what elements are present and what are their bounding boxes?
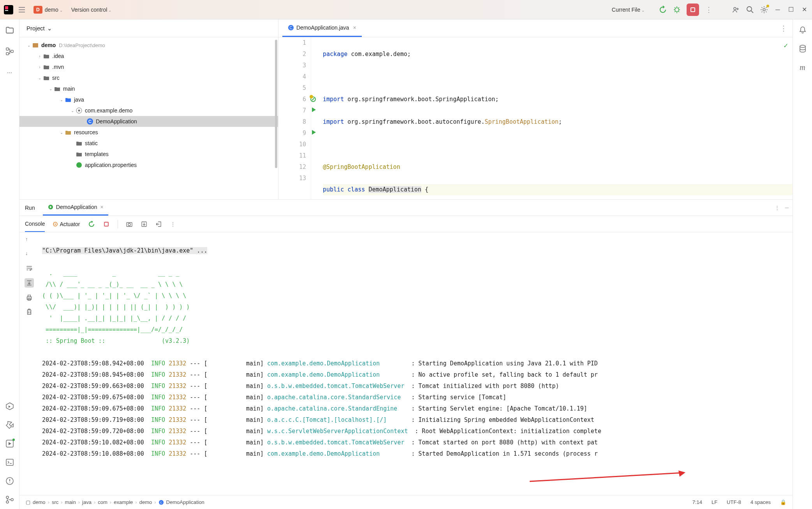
run-tabbar: Run DemoApplication× ⋮─ — [19, 200, 793, 216]
project-chip: D — [33, 6, 42, 14]
console-output[interactable]: "C:\Program Files\Java\jdk-21\bin\java.e… — [39, 232, 793, 495]
console-more-icon[interactable]: ⋮ — [170, 221, 176, 227]
editor-gutter: 12345 6 7 8 9 10111213 — [278, 37, 311, 199]
tree-app-class[interactable]: CDemoApplication — [19, 116, 278, 127]
code-editor[interactable]: 12345 6 7 8 9 10111213 package com.examp… — [278, 37, 793, 199]
vcs-dropdown[interactable]: Version control⌄ — [71, 7, 112, 13]
run-label: Run — [25, 205, 35, 211]
project-tool-icon[interactable] — [5, 26, 14, 35]
project-header[interactable]: Project⌄ — [19, 19, 278, 37]
terminal-tool-icon[interactable] — [5, 458, 14, 467]
svg-point-13 — [6, 496, 9, 498]
maven-icon[interactable]: m — [798, 63, 807, 72]
tab-more-icon[interactable]: ⋮ — [780, 24, 787, 33]
tree-static[interactable]: static — [19, 138, 278, 149]
tab-close-icon[interactable]: × — [353, 25, 356, 31]
tree-root[interactable]: ⌄demoD:\IdeaProject\demo — [19, 40, 278, 51]
indent[interactable]: 4 spaces — [750, 499, 771, 505]
svg-point-4 — [734, 7, 736, 10]
soft-wrap-icon[interactable] — [25, 264, 33, 272]
tree-resources[interactable]: ⌄resources — [19, 127, 278, 138]
tree-mvn[interactable]: ›.mvn — [19, 61, 278, 72]
maximize-button[interactable]: ☐ — [787, 6, 795, 14]
svg-text:C: C — [289, 26, 292, 30]
exit-icon[interactable] — [155, 221, 162, 228]
console-tab[interactable]: Console — [25, 216, 45, 232]
svg-text:C: C — [88, 119, 92, 124]
svg-point-29 — [128, 223, 130, 226]
debug-icon[interactable] — [673, 5, 681, 14]
code-body[interactable]: package com.example.demo; import org.spr… — [311, 37, 793, 199]
cursor-position[interactable]: 7:14 — [692, 499, 702, 505]
editor-tab[interactable]: C DemoApplication.java × — [282, 19, 362, 37]
clear-icon[interactable] — [25, 308, 33, 316]
readonly-icon[interactable]: 🔒 — [780, 499, 786, 505]
svg-point-21 — [76, 162, 82, 168]
screenshot-icon[interactable] — [126, 221, 133, 228]
encoding[interactable]: UTF-8 — [727, 499, 741, 505]
right-tool-rail: m — [793, 19, 812, 509]
svg-point-6 — [763, 9, 765, 11]
more-actions-icon[interactable]: ⋮ — [705, 5, 713, 14]
run-tool-icon[interactable] — [5, 439, 14, 448]
run-config-tab[interactable]: DemoApplication× — [43, 200, 108, 216]
project-tree[interactable]: ⌄demoD:\IdeaProject\demo ›.idea ›.mvn ⌄s… — [19, 37, 278, 199]
run-subtabs: Console Actuator ⋮ — [19, 216, 793, 232]
main-menu-icon[interactable] — [18, 6, 26, 14]
run-config-dropdown[interactable]: Current File⌄ — [612, 7, 645, 13]
svg-point-14 — [6, 501, 9, 503]
rerun-icon[interactable] — [659, 5, 667, 14]
tree-templates[interactable]: templates — [19, 149, 278, 160]
svg-rect-32 — [28, 295, 31, 297]
settings-icon[interactable] — [760, 5, 768, 14]
code-with-me-icon[interactable] — [732, 5, 740, 14]
titlebar: D demo⌄ Version control⌄ Current File⌄ ⋮… — [0, 0, 812, 19]
run-tab-close-icon[interactable]: × — [100, 204, 104, 210]
statusbar: ▢demo› src› main› java› com› example› de… — [19, 495, 793, 509]
stop-console-icon[interactable] — [103, 221, 110, 228]
svg-rect-27 — [104, 222, 108, 226]
run-more-icon[interactable]: ⋮ — [775, 205, 780, 211]
svg-rect-8 — [6, 53, 9, 55]
project-dropdown[interactable]: demo⌄ — [45, 7, 63, 13]
tree-scrollbar[interactable] — [275, 40, 277, 168]
svg-rect-11 — [6, 459, 13, 465]
tree-app-props[interactable]: application.properties — [19, 160, 278, 170]
scroll-end-icon[interactable] — [25, 278, 34, 288]
tree-main[interactable]: ⌄main — [19, 83, 278, 94]
annotation-arrow-2 — [526, 470, 689, 485]
svg-point-26 — [55, 223, 56, 225]
line-ending[interactable]: LF — [712, 499, 717, 505]
vcs-tool-icon[interactable] — [5, 495, 14, 504]
problems-tool-icon[interactable] — [5, 476, 14, 486]
close-button[interactable]: ✕ — [800, 6, 808, 14]
left-tool-rail: ⋯ — [0, 19, 19, 509]
svg-rect-16 — [33, 43, 38, 47]
tree-idea[interactable]: ›.idea — [19, 51, 278, 61]
print-icon[interactable] — [25, 294, 33, 302]
run-minimize-icon[interactable]: ─ — [785, 205, 789, 211]
database-icon[interactable] — [798, 44, 807, 53]
tree-java[interactable]: ⌄java — [19, 94, 278, 105]
actuator-tab[interactable]: Actuator — [53, 221, 80, 227]
breadcrumb[interactable]: ▢demo› src› main› java› com› example› de… — [26, 499, 204, 505]
inspection-ok-icon[interactable]: ✓ — [784, 41, 788, 49]
build-tool-icon[interactable] — [5, 420, 14, 430]
stop-button[interactable] — [687, 4, 699, 16]
tree-src[interactable]: ⌄src — [19, 72, 278, 83]
project-panel: Project⌄ ⌄demoD:\IdeaProject\demo ›.idea… — [19, 19, 278, 199]
tree-package[interactable]: ⌄com.example.demo — [19, 105, 278, 116]
up-stack-icon[interactable]: ↑ — [25, 236, 33, 244]
svg-rect-2 — [5, 10, 8, 11]
more-tool-icon[interactable]: ⋯ — [5, 68, 14, 77]
down-stack-icon[interactable]: ↓ — [25, 250, 33, 258]
search-icon[interactable] — [746, 5, 754, 14]
services-tool-icon[interactable] — [5, 402, 14, 411]
notifications-icon[interactable] — [798, 26, 807, 34]
svg-rect-9 — [11, 50, 13, 53]
rerun-console-icon[interactable] — [88, 221, 95, 228]
minimize-button[interactable]: ─ — [774, 6, 782, 14]
svg-rect-1 — [5, 6, 8, 9]
heap-dump-icon[interactable] — [141, 221, 148, 228]
structure-tool-icon[interactable] — [5, 47, 14, 56]
